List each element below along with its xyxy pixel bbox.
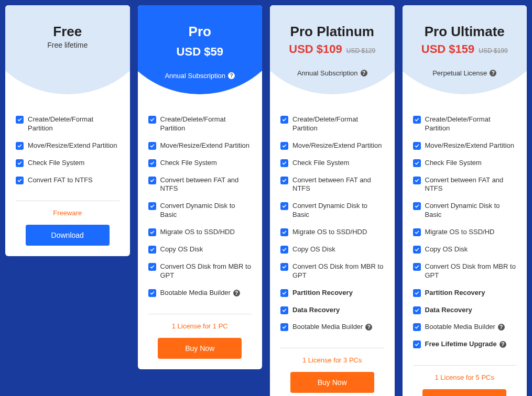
check-icon bbox=[413, 159, 421, 167]
feature-text: Create/Delete/Format Partition bbox=[292, 115, 384, 133]
feature-text-wrap: Copy OS Disk bbox=[292, 245, 335, 254]
info-icon[interactable]: ? bbox=[500, 341, 506, 348]
feature-item: Partition Recovery bbox=[413, 289, 517, 298]
feature-item: Migrate OS to SSD/HDD bbox=[148, 228, 252, 237]
feature-item: Convert OS Disk from MBR to GPT bbox=[148, 262, 252, 280]
feature-text: Check File System bbox=[28, 159, 84, 168]
check-icon bbox=[280, 177, 288, 184]
info-icon[interactable]: ? bbox=[233, 290, 240, 296]
feature-item: Check File System bbox=[148, 159, 252, 168]
feature-item: Migrate OS to SSD/HDD bbox=[280, 228, 384, 237]
feature-list: Create/Delete/Format PartitionMove/Resiz… bbox=[270, 105, 395, 345]
plan-price: USD $109 bbox=[289, 42, 342, 56]
check-icon bbox=[148, 263, 156, 271]
check-icon bbox=[148, 228, 156, 236]
check-icon bbox=[148, 246, 156, 254]
feature-text-wrap: Create/Delete/Format Partition bbox=[425, 115, 517, 133]
info-icon[interactable]: ? bbox=[228, 72, 235, 79]
check-icon bbox=[413, 228, 421, 236]
info-icon[interactable]: ? bbox=[361, 70, 367, 76]
plan-card: FreeFree lifetimeCreate/Delete/Format Pa… bbox=[5, 5, 130, 256]
info-icon[interactable]: ? bbox=[365, 324, 372, 331]
buy-now-button[interactable]: Buy Now bbox=[158, 338, 242, 359]
feature-text-wrap: Convert between FAT and NTFS bbox=[292, 176, 384, 194]
feature-item: Convert between FAT and NTFS bbox=[280, 176, 384, 194]
license-type: Annual Subscription? bbox=[165, 72, 235, 80]
plan-tag: 1 License for 5 PCs bbox=[403, 373, 527, 381]
feature-list: Create/Delete/Format PartitionMove/Resiz… bbox=[138, 105, 263, 311]
feature-text-wrap: Create/Delete/Format Partition bbox=[160, 115, 252, 133]
check-icon bbox=[280, 202, 288, 210]
feature-text-wrap: Copy OS Disk bbox=[160, 245, 203, 254]
feature-text-wrap: Convert OS Disk from MBR to GPT bbox=[292, 262, 384, 280]
price-line: USD $159USD $199 bbox=[403, 42, 527, 56]
check-icon bbox=[148, 116, 156, 124]
check-icon bbox=[413, 263, 421, 271]
feature-text: Convert OS Disk from MBR to GPT bbox=[425, 262, 517, 280]
plan-head: Pro UltimateUSD $159USD $199Perpetual Li… bbox=[403, 5, 527, 105]
feature-text-wrap: Bootable Media Builder? bbox=[425, 323, 505, 332]
plan-head-content: FreeFree lifetime bbox=[5, 24, 130, 49]
feature-text: Migrate OS to SSD/HDD bbox=[160, 228, 235, 237]
check-icon bbox=[413, 340, 421, 348]
license-type-text: Annual Subscription bbox=[297, 69, 358, 77]
feature-item: Migrate OS to SSD/HD bbox=[413, 228, 517, 237]
feature-item: Bootable Media Builder? bbox=[280, 323, 384, 332]
feature-item: Convert FAT to NTFS bbox=[16, 176, 120, 185]
feature-item: Create/Delete/Format Partition bbox=[148, 115, 252, 133]
plan-card: Pro PlatinumUSD $109USD $129Annual Subsc… bbox=[270, 5, 395, 396]
feature-item: Check File System bbox=[413, 159, 517, 168]
check-icon bbox=[148, 289, 156, 297]
feature-text: Convert between FAT and NTFS bbox=[160, 176, 252, 194]
feature-list: Create/Delete/Format PartitionMove/Resiz… bbox=[5, 105, 130, 198]
feature-text: Convert Dynamic Disk to Basic bbox=[292, 202, 384, 219]
plan-subtitle: Free lifetime bbox=[5, 41, 130, 49]
check-icon bbox=[148, 202, 156, 210]
check-icon bbox=[413, 202, 421, 210]
feature-text-wrap: Convert Dynamic Disk to Basic bbox=[160, 202, 252, 219]
plan-old-price: USD $129 bbox=[346, 47, 375, 54]
license-type-text: Perpetual License bbox=[432, 69, 487, 77]
plan-tag: Freeware bbox=[5, 209, 130, 217]
feature-item: Create/Delete/Format Partition bbox=[16, 115, 120, 133]
feature-text: Bootable Media Builder bbox=[425, 323, 495, 332]
plan-head: Pro PlatinumUSD $109USD $129Annual Subsc… bbox=[270, 5, 395, 105]
feature-item: Check File System bbox=[16, 159, 120, 168]
check-icon bbox=[280, 289, 288, 297]
check-icon bbox=[280, 228, 288, 236]
feature-text: Convert between FAT and NTFS bbox=[292, 176, 384, 194]
feature-text-wrap: Copy OS Disk bbox=[425, 245, 468, 254]
feature-item: Convert between FAT and NTFS bbox=[413, 176, 517, 194]
feature-item: Bootable Media Builder? bbox=[148, 289, 252, 298]
feature-text: Check File System bbox=[160, 159, 217, 168]
check-icon bbox=[16, 116, 24, 124]
plan-name: Free bbox=[5, 24, 130, 40]
price-line: USD $109USD $129 bbox=[270, 42, 395, 56]
check-icon bbox=[413, 289, 421, 297]
license-type: Perpetual License? bbox=[432, 69, 496, 77]
info-icon[interactable]: ? bbox=[490, 70, 496, 76]
download-button[interactable]: Download bbox=[26, 225, 110, 246]
feature-item: Data Recovery bbox=[413, 306, 517, 315]
feature-text: Bootable Media Builder bbox=[160, 289, 231, 298]
info-icon[interactable]: ? bbox=[498, 324, 505, 331]
feature-text: Create/Delete/Format Partition bbox=[160, 115, 252, 133]
feature-item: Free Lifetime Upgrade? bbox=[413, 340, 517, 349]
feature-text: Partition Recovery bbox=[292, 289, 353, 298]
check-icon bbox=[148, 142, 156, 150]
plan-head-content: Pro UltimateUSD $159USD $199Perpetual Li… bbox=[403, 24, 527, 78]
buy-now-button[interactable]: Buy Now bbox=[422, 389, 506, 396]
check-icon bbox=[16, 177, 24, 184]
buy-now-button[interactable]: Buy Now bbox=[290, 372, 374, 393]
feature-text-wrap: Check File System bbox=[28, 159, 84, 168]
feature-text: Check File System bbox=[425, 159, 482, 168]
feature-item: Create/Delete/Format Partition bbox=[413, 115, 517, 133]
feature-text: Convert Dynamic Disk to Basic bbox=[160, 202, 252, 219]
feature-text: Partition Recovery bbox=[425, 289, 485, 298]
feature-text-wrap: Convert OS Disk from MBR to GPT bbox=[160, 262, 252, 280]
feature-item: Data Recovery bbox=[280, 306, 384, 315]
feature-text-wrap: Move/Resize/Extend Partition bbox=[292, 141, 382, 150]
check-icon bbox=[148, 159, 156, 167]
feature-item: Convert OS Disk from MBR to GPT bbox=[413, 262, 517, 280]
feature-text-wrap: Convert FAT to NTFS bbox=[28, 176, 93, 185]
